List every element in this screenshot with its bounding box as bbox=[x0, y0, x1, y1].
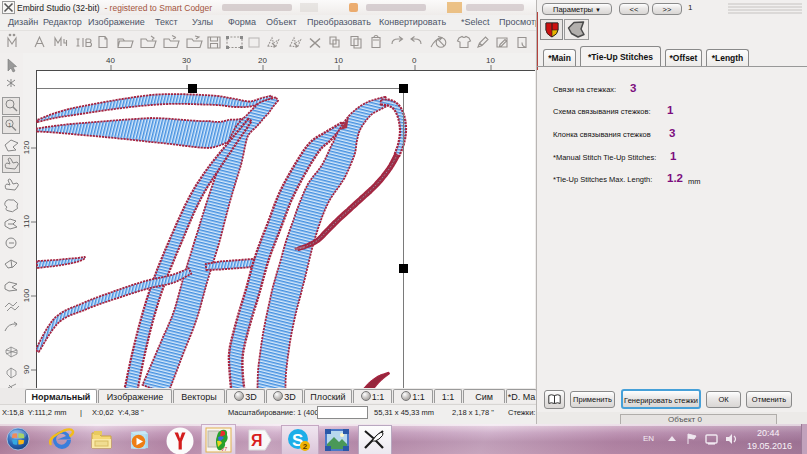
svg-text:v7: v7 bbox=[221, 446, 228, 452]
svg-text:Я: Я bbox=[251, 432, 263, 449]
svg-text:2: 2 bbox=[303, 442, 308, 451]
